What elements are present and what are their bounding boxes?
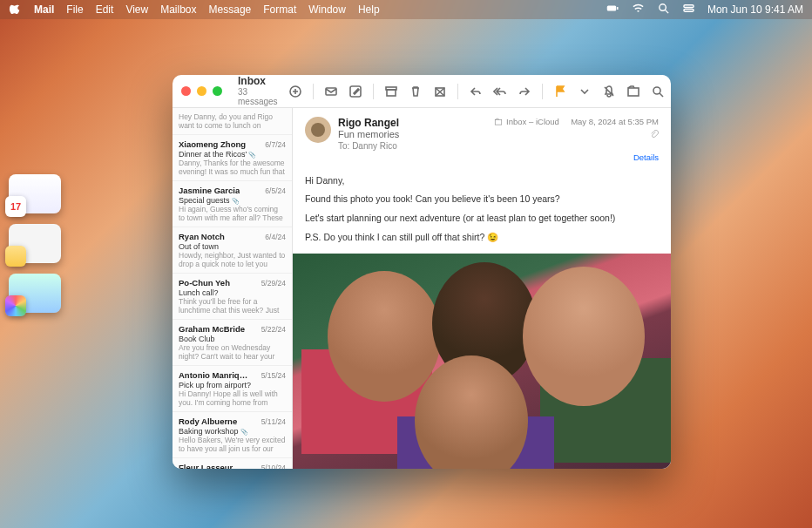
archive-button[interactable] <box>381 81 402 102</box>
wifi-icon[interactable] <box>632 2 645 17</box>
titlebar: Inbox 33 messages <box>173 75 671 108</box>
delete-button[interactable] <box>405 81 426 102</box>
menu-file[interactable]: File <box>66 3 83 16</box>
body-line: Found this photo you took! Can you belie… <box>305 193 659 206</box>
svg-rect-9 <box>387 90 396 96</box>
body-line: Hi Danny, <box>305 174 659 188</box>
to-line: To: Danny Rico <box>338 141 487 151</box>
toolbar <box>285 81 668 102</box>
svg-rect-11 <box>628 88 639 96</box>
list-item[interactable]: Rody Albuerne5/11/24 Baking workshop Hel… <box>173 412 292 458</box>
inbox-title: Inbox 33 messages <box>238 76 278 106</box>
message-header: Rigo Rangel Fun memories To: Danny Rico … <box>293 108 671 169</box>
filter-button[interactable] <box>285 81 306 102</box>
menubar-right: Mon Jun 10 9:41 AM <box>606 2 803 17</box>
mute-button[interactable] <box>599 81 619 102</box>
attachment-icon <box>650 130 659 139</box>
body-line: Let's start planning our next adventure … <box>305 212 659 226</box>
reply-button[interactable] <box>465 81 486 102</box>
battery-icon[interactable] <box>606 2 619 17</box>
menubar: Mail File Edit View Mailbox Message Form… <box>0 0 812 19</box>
svg-rect-1 <box>617 7 619 10</box>
svg-rect-3 <box>684 5 694 8</box>
details-link[interactable]: Details <box>494 152 659 162</box>
separator <box>457 84 458 99</box>
message-content: Rigo Rangel Fun memories To: Danny Rico … <box>293 108 671 469</box>
message-body: Hi Danny, Found this photo you took! Can… <box>293 169 671 250</box>
flag-menu-button[interactable] <box>574 81 595 102</box>
list-item[interactable]: Xiaomeng Zhong6/7/24 Dinner at the Ricos… <box>173 135 292 181</box>
compose-button[interactable] <box>345 81 366 102</box>
junk-button[interactable] <box>430 81 450 102</box>
reply-all-button[interactable] <box>490 81 511 102</box>
avatar <box>305 117 331 143</box>
message-list[interactable]: Hey Danny, do you and Rigo want to come … <box>173 108 293 469</box>
svg-rect-4 <box>684 9 694 11</box>
new-mail-button[interactable] <box>321 81 342 102</box>
spotlight-icon[interactable] <box>657 2 670 17</box>
list-item[interactable]: Po-Chun Yeh5/29/24 Lunch call? Think you… <box>173 274 292 320</box>
menu-window[interactable]: Window <box>308 3 346 16</box>
stage-app-notes[interactable] <box>9 224 61 263</box>
svg-rect-0 <box>607 6 617 11</box>
clock[interactable]: Mon Jun 10 9:41 AM <box>707 3 803 16</box>
menu-message[interactable]: Message <box>209 3 252 16</box>
photos-icon <box>5 295 26 316</box>
maximize-button[interactable] <box>213 86 222 96</box>
window-controls <box>181 86 222 96</box>
stage-app-photos[interactable] <box>9 274 61 313</box>
menu-edit[interactable]: Edit <box>96 3 114 16</box>
list-item[interactable]: Ryan Notch6/4/24 Out of town Howdy, neig… <box>173 227 292 274</box>
flag-button[interactable] <box>550 81 571 102</box>
message-subject: Fun memories <box>338 129 487 139</box>
svg-point-2 <box>660 4 667 11</box>
list-item[interactable]: Graham McBride5/22/24 Book Club Are you … <box>173 320 292 366</box>
menu-mailbox[interactable]: Mailbox <box>160 3 196 16</box>
separator <box>313 84 314 99</box>
separator <box>542 84 543 99</box>
list-item[interactable]: Fleur Lasseur5/10/24 Soccer jerseys Are … <box>173 458 292 469</box>
control-center-icon[interactable] <box>682 2 695 17</box>
search-button[interactable] <box>647 81 668 102</box>
stage-app-calendar[interactable]: 17 <box>9 174 61 213</box>
body-line: P.S. Do you think I can still pull off t… <box>305 231 659 245</box>
menubar-left: Mail File Edit View Mailbox Message Form… <box>9 2 380 17</box>
menu-format[interactable]: Format <box>263 3 296 16</box>
menu-help[interactable]: Help <box>358 3 380 16</box>
calendar-icon: 17 <box>5 196 26 217</box>
svg-rect-13 <box>495 119 502 125</box>
separator <box>373 84 374 99</box>
mail-window: Inbox 33 messages He <box>173 75 671 469</box>
svg-point-12 <box>653 87 660 94</box>
move-button[interactable] <box>623 81 644 102</box>
body-area: Hey Danny, do you and Rigo want to come … <box>173 108 671 469</box>
notes-icon <box>5 246 26 267</box>
forward-button[interactable] <box>514 81 535 102</box>
sender-name: Rigo Rangel <box>338 117 487 129</box>
list-item[interactable]: Hey Danny, do you and Rigo want to come … <box>173 108 292 135</box>
app-name[interactable]: Mail <box>34 3 54 16</box>
stage-manager-strip: 17 <box>9 174 61 313</box>
svg-rect-6 <box>326 88 336 95</box>
message-meta: Inbox – iCloud May 8, 2024 at 5:35 PM De… <box>494 117 659 162</box>
attached-photo[interactable] <box>293 254 671 470</box>
inbox-count: 33 messages <box>238 87 278 106</box>
inbox-name: Inbox <box>238 76 278 87</box>
message-date: May 8, 2024 at 5:35 PM <box>571 117 659 126</box>
minimize-button[interactable] <box>197 86 206 96</box>
list-item[interactable]: Antonio Manriquez5/15/24 Pick up from ai… <box>173 366 292 412</box>
list-item[interactable]: Jasmine Garcia6/5/24 Special guests Hi a… <box>173 181 292 227</box>
apple-menu-icon[interactable] <box>9 2 22 17</box>
menu-view[interactable]: View <box>125 3 148 16</box>
mailbox-location: Inbox – iCloud <box>506 117 559 126</box>
close-button[interactable] <box>181 86 191 96</box>
